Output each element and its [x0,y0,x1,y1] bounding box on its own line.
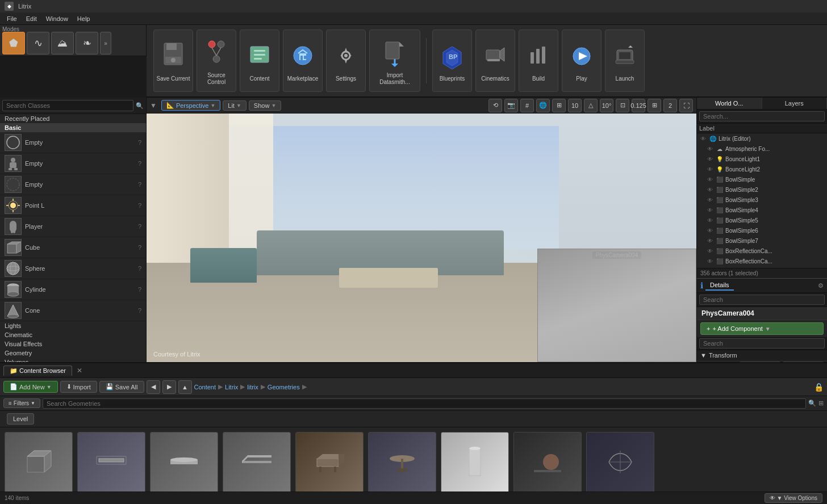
outliner-item-boxref1[interactable]: 👁 ⬛ BoxReflectionCa... [697,246,827,256]
menu-file[interactable]: File [2,14,22,23]
class-item-empty-2[interactable]: Empty ? [0,153,146,174]
outliner-item-litrix[interactable]: 👁 🌐 Litrix (Editor) [697,133,827,144]
class-item-help-7[interactable]: ? [138,265,141,272]
class-item-player[interactable]: Player ? [0,216,146,237]
toolbar-launch[interactable]: Launch [605,30,645,92]
cb-item-7[interactable]: SM_Column [441,432,509,492]
import-button[interactable]: ⬇ Import [60,381,97,393]
outliner-item-boxref2[interactable]: 👁 ⬛ BoxReflectionCa... [697,256,827,266]
toolbar-cinematics[interactable]: Cinematics [475,30,515,92]
class-section-lights[interactable]: Lights [0,321,146,330]
outliner-item-atmos[interactable]: 👁 ☁ Atmospheric Fo... [697,144,827,154]
menu-edit[interactable]: Edit [22,14,41,23]
toolbar-import-datasmith[interactable]: Import Datasmith... [369,30,420,92]
class-item-help-2[interactable]: ? [138,160,141,167]
mode-expand-btn[interactable]: » [100,32,111,54]
outliner-item-bowl4[interactable]: 👁 ⬛ BowlSimple4 [697,205,827,215]
class-item-point-light[interactable]: Point L ? [0,195,146,216]
outliner-item-bounce1[interactable]: 👁 💡 BounceLight1 [697,154,827,164]
perspective-dropdown-arrow[interactable]: ▼ [210,103,215,108]
details-search-input[interactable] [699,295,825,305]
nav-up-btn[interactable]: ▲ [178,380,192,394]
details-tab[interactable]: Details [705,280,734,291]
viewport-show-btn[interactable]: Show ▼ [249,100,281,111]
outliner-search-input[interactable] [699,111,825,121]
breadcrumb-litrix[interactable]: Litrix [225,384,238,390]
outliner-tab-layers[interactable]: Layers [762,98,828,109]
cb-item-8[interactable]: SM_Ball [513,432,582,492]
toolbar-marketplace[interactable]: Marketplace [283,30,323,92]
details-search2-input[interactable] [699,338,825,348]
viewport-transform-icon[interactable]: ⟲ [488,99,502,112]
cb-item-5[interactable]: SM_CoffeeTable [295,432,364,492]
cb-item-6[interactable]: SM_RoundTable [368,432,436,492]
viewport-screen-icon[interactable]: ⊞ [648,99,661,112]
outliner-item-bowl7[interactable]: 👁 ⬛ BowlSimple7 [697,236,827,246]
outliner-item-bowl1[interactable]: 👁 ⬛ BowlSimple [697,174,827,184]
toolbar-content[interactable]: Content [240,30,279,92]
class-item-empty-1[interactable]: Empty ? [0,132,146,153]
content-browser-close-btn[interactable]: ✕ [77,367,82,375]
class-section-basic[interactable]: Basic [0,123,146,132]
add-component-button[interactable]: + + Add Component ▼ [700,322,824,335]
viewport-2-icon[interactable]: 2 [663,99,677,112]
cb-item-2[interactable]: SM_Rug [77,432,145,492]
outliner-item-bounce2[interactable]: 👁 💡 BounceLight2 [697,164,827,174]
class-item-help-6[interactable]: ? [138,244,141,251]
outliner-tab-world[interactable]: World O... [697,98,762,109]
content-browser-search-input[interactable] [43,398,806,409]
mode-btn-paint[interactable]: ∿ [27,32,49,54]
add-new-button[interactable]: 📄 Add New ▼ [3,381,58,393]
mode-btn-place[interactable]: ⬟ [2,32,25,54]
class-item-empty-3[interactable]: Empty ? [0,174,146,195]
class-item-cube[interactable]: Cube ? [0,237,146,258]
outliner-item-bowl2[interactable]: 👁 ⬛ BowlSimple2 [697,184,827,195]
viewport-fullscreen-icon[interactable]: ⛶ [679,99,693,112]
search-classes-input[interactable] [2,100,133,111]
cb-item-1[interactable]: SM_Box [5,432,73,492]
filters-button[interactable]: ≡ Filters ▼ [3,398,40,408]
cb-item-4[interactable]: SM_Shelf [223,432,291,492]
cb-grid-icon[interactable]: ⊞ [818,400,824,407]
class-item-help-3[interactable]: ? [138,181,141,188]
viewport-scene[interactable]: Courtesy of Litrix Level: Litrix (Persis… [147,114,696,362]
breadcrumb-content[interactable]: Content [194,384,216,390]
class-item-sphere[interactable]: Sphere ? [0,258,146,279]
viewport-grid-size[interactable]: 10 [568,99,582,112]
mode-btn-landscape[interactable]: ⛰ [51,32,74,54]
toolbar-play[interactable]: Play [562,30,602,92]
cb-search-icon[interactable]: 🔍 [808,400,816,407]
outliner-item-bowl6[interactable]: 👁 ⬛ BowlSimple6 [697,225,827,236]
outliner-item-bowl3[interactable]: 👁 ⬛ BowlSimple3 [697,195,827,205]
cb-item-3[interactable]: SM_Platform [150,432,218,492]
class-item-help-4[interactable]: ? [138,202,141,209]
class-item-cylinder[interactable]: Cylinde ? [0,279,146,300]
class-section-visual-effects[interactable]: Visual Effects [0,339,146,348]
nav-forward-btn[interactable]: ▶ [162,380,176,394]
class-section-cinematic[interactable]: Cinematic [0,330,146,339]
viewport-lit-btn[interactable]: Lit ▼ [223,100,247,111]
viewport-angle-value[interactable]: 10° [600,99,613,112]
viewport-angle-icon[interactable]: △ [584,99,598,112]
viewport-grid-icon[interactable]: # [520,99,534,112]
breadcrumb-litrix2[interactable]: litrix [247,384,258,390]
viewport-scale-icon[interactable]: ⊡ [616,99,629,112]
viewport-snap-icon[interactable]: ⊞ [552,99,566,112]
cb-lock-icon[interactable]: 🔒 [814,383,824,392]
toolbar-save-current[interactable]: Save Current [153,30,193,92]
content-browser-tab[interactable]: 📁 Content Browser [3,366,72,376]
class-item-help-8[interactable]: ? [138,286,141,293]
breadcrumb-geometries[interactable]: Geometries [268,384,300,390]
mode-btn-foliage[interactable]: ❧ [76,32,98,54]
details-gear-icon[interactable]: ⚙ [818,282,824,289]
toolbar-build[interactable]: Build [519,30,558,92]
toolbar-source-control[interactable]: Source Control [197,30,236,92]
level-tab[interactable]: Level [7,413,34,425]
outliner-item-bowl5[interactable]: 👁 ⬛ BowlSimple5 [697,215,827,225]
class-section-geometry[interactable]: Geometry [0,348,146,358]
viewport-perspective-btn[interactable]: 📐 Perspective ▼ [161,100,220,111]
class-item-help-9[interactable]: ? [138,307,141,314]
viewport-collapse-arrow[interactable]: ▼ [150,102,157,110]
class-item-help-1[interactable]: ? [138,139,141,146]
viewport-scale-value[interactable]: 0.125 [632,99,645,112]
